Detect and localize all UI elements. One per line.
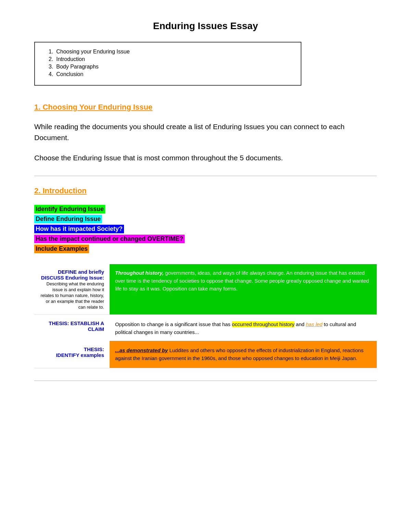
left-bold-define: DEFINE and briefly DISCUSS Enduring Issu…	[41, 269, 104, 281]
section1-para2: Choose the Enduring Issue that is most c…	[34, 152, 377, 163]
label-examples: Include Examples	[34, 245, 89, 253]
left-label-thesis1: THESIS: ESTABLISH A CLAIM	[34, 314, 110, 341]
left-sub-define: Describing what the enduring issue is an…	[41, 281, 104, 310]
page-title: Enduring Issues Essay	[34, 21, 377, 32]
intro-labels: Identify Enduring Issue Define Enduring …	[34, 205, 377, 255]
table-of-contents: 1. Choosing your Enduring Issue 2. Intro…	[34, 42, 301, 86]
left-label-thesis2: THESIS:IDENTIFY examples	[34, 341, 110, 368]
table-row-thesis1: THESIS: ESTABLISH A CLAIM Opposition to …	[34, 314, 377, 341]
section1-heading: 1. Choosing Your Enduring Issue	[34, 103, 377, 112]
toc-list: 1. Choosing your Enduring Issue 2. Intro…	[45, 49, 290, 77]
label-impact: How has it impacted Society?	[34, 225, 124, 233]
divider-1	[34, 176, 377, 176]
thesis1-led: has led	[306, 321, 322, 327]
thesis1-highlight: occurred throughout history	[232, 321, 295, 327]
divider-2	[34, 381, 377, 381]
section1-para1: While reading the documents you should c…	[34, 121, 377, 143]
thesis2-demonstrated: ...as demonstrated by	[115, 347, 168, 353]
example-table: DEFINE and briefly DISCUSS Enduring Issu…	[34, 264, 377, 368]
right-content-thesis2: ...as demonstrated by Luddites and other…	[110, 341, 377, 368]
toc-item-2: 2. Introduction	[45, 56, 290, 62]
thesis1-part2: and	[295, 321, 306, 327]
toc-item-4: 4. Conclusion	[45, 71, 290, 77]
toc-item-3: 3. Body Paragraphs	[45, 64, 290, 70]
left-bold-thesis2: THESIS:IDENTIFY examples	[56, 346, 104, 358]
label-define: Define Enduring Issue	[34, 215, 102, 223]
thesis1-part1: Opposition to change is a significant is…	[115, 321, 232, 327]
section2-heading: 2. Introduction	[34, 186, 377, 195]
left-bold-thesis1: THESIS: ESTABLISH A CLAIM	[49, 320, 104, 332]
label-identify: Identify Enduring Issue	[34, 205, 105, 213]
table-row-define: DEFINE and briefly DISCUSS Enduring Issu…	[34, 264, 377, 315]
toc-item-1: 1. Choosing your Enduring Issue	[45, 49, 290, 55]
label-overtime: Has the impact continued or changed OVER…	[34, 235, 185, 243]
right-content-define: Throughout history, governments, ideas, …	[110, 264, 377, 315]
right-italic: Throughout history,	[115, 270, 164, 276]
right-content-thesis1: Opposition to change is a significant is…	[110, 314, 377, 341]
table-row-thesis2: THESIS:IDENTIFY examples ...as demonstra…	[34, 341, 377, 368]
left-label-define: DEFINE and briefly DISCUSS Enduring Issu…	[34, 264, 110, 315]
